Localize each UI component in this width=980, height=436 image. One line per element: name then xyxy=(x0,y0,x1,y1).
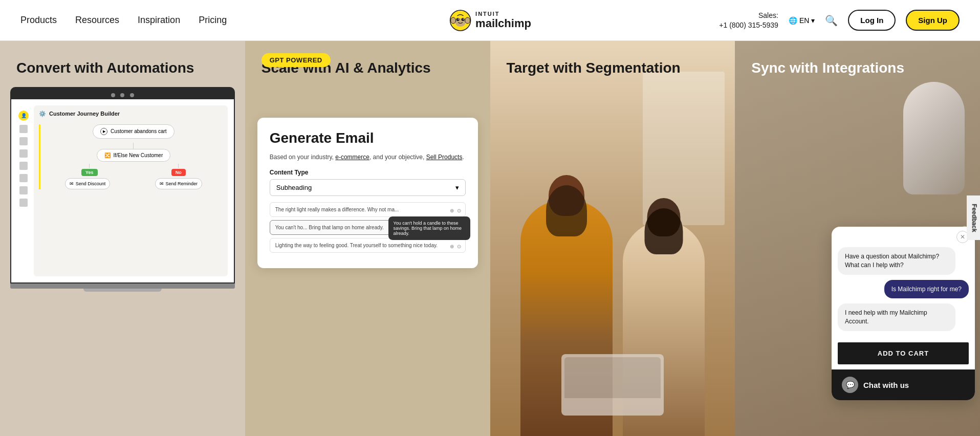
feedback-tab[interactable]: Feedback xyxy=(966,195,980,240)
send-discount-node: ✉ Send Discount xyxy=(65,178,111,189)
info-icon-3: ⊙ xyxy=(457,244,461,249)
language-selector[interactable]: 🌐 EN ▾ xyxy=(789,16,815,25)
email-option-1[interactable]: The right light really makes a differenc… xyxy=(270,202,466,217)
lang-label: EN xyxy=(799,16,809,25)
email-option-2[interactable]: You can't ho... Bring that lamp on home … xyxy=(270,220,466,235)
content-type-select[interactable]: Subheading ▾ xyxy=(270,179,466,196)
yes-badge: Yes xyxy=(81,169,98,176)
chat-footer-icon: 💬 xyxy=(842,377,858,393)
segmentation-title: Target with Segmentation xyxy=(490,41,735,77)
chat-bot-message: Have a question about Mailchimp? What ca… xyxy=(838,247,955,275)
journey-header-icon: ⚙️ xyxy=(39,111,46,117)
laptop-base xyxy=(10,284,235,289)
signup-button[interactable]: Sign Up xyxy=(906,10,960,31)
automations-section: Convert with Automations 👤 xyxy=(0,41,245,436)
navigation: Products Resources Inspiration Pricing I… xyxy=(0,0,980,41)
svg-point-3 xyxy=(461,18,464,21)
chat-footer[interactable]: 💬 Chat with us xyxy=(832,369,975,400)
chat-bot-reply-2: I need help with my Mailchimp Account. xyxy=(838,303,955,331)
ecommerce-link[interactable]: e-commerce xyxy=(335,154,369,161)
nav-inspiration[interactable]: Inspiration xyxy=(138,15,180,26)
mailchimp-monkey-icon xyxy=(449,9,471,32)
ifelse-label: If/Else New Customer xyxy=(114,152,163,158)
sales-phone[interactable]: +1 (800) 315-5939 xyxy=(719,20,778,30)
chat-widget: ✕ Have a question about Mailchimp? What … xyxy=(832,227,975,400)
sales-info: Sales: +1 (800) 315-5939 xyxy=(719,11,778,29)
copy-icon: ⊕ xyxy=(450,208,454,213)
chat-with-us-label: Chat with us xyxy=(863,381,909,389)
svg-point-6 xyxy=(450,17,455,24)
svg-point-7 xyxy=(465,17,470,24)
mailchimp-label: mailchimp xyxy=(475,17,531,30)
sidebar-icons: 👤 xyxy=(17,105,30,276)
option-2-popup: You can't hold a candle to these savings… xyxy=(388,216,470,240)
nav-products[interactable]: Products xyxy=(20,15,57,26)
chevron-down-icon: ▾ xyxy=(811,16,815,25)
info-icon: ⊙ xyxy=(457,208,461,213)
generate-email-heading: Generate Email xyxy=(270,130,466,146)
add-to-cart-container: ADD TO CART xyxy=(832,337,975,369)
copy-icon-3: ⊕ xyxy=(450,244,454,249)
feature-sections: Convert with Automations 👤 xyxy=(0,41,980,436)
chat-user-reply-1[interactable]: Is Mailchimp right for me? xyxy=(884,280,969,299)
desk-laptop xyxy=(561,354,664,416)
search-icon[interactable]: 🔍 xyxy=(825,14,838,27)
laptop-stand xyxy=(83,289,162,292)
globe-icon: 🌐 xyxy=(789,16,797,25)
option-3-icons: ⊕ ⊙ xyxy=(450,244,461,249)
email-description: Based on your industry, e-commerce, and … xyxy=(270,152,466,162)
intuit-label: INTUIT xyxy=(475,11,531,17)
laptop-mockup: 👤 ⚙️ Customer Journey Builder xyxy=(10,87,235,292)
chat-header: ✕ xyxy=(832,227,975,247)
svg-point-5 xyxy=(463,18,464,19)
add-to-cart-button[interactable]: ADD TO CART xyxy=(838,342,969,364)
automations-title: Convert with Automations xyxy=(0,41,245,77)
no-badge: No xyxy=(171,169,186,176)
branch-icon: 🔀 xyxy=(104,152,111,158)
content-type-label: Content Type xyxy=(270,169,466,176)
select-value: Subheading xyxy=(276,184,312,191)
sell-products-link[interactable]: Sell Products xyxy=(426,154,463,161)
gpt-badge: GPT POWERED xyxy=(262,53,331,67)
lamp-product xyxy=(903,82,965,194)
cart-abandon-label: Customer abandons cart xyxy=(111,128,167,134)
sales-label: Sales: xyxy=(719,11,778,20)
integrations-section: Sync with Integrations ✕ Have a question… xyxy=(735,41,980,436)
nav-pricing[interactable]: Pricing xyxy=(199,15,227,26)
nav-logo[interactable]: INTUIT mailchimp xyxy=(449,9,531,32)
send-reminder-node: ✉ Send Reminder xyxy=(155,178,203,189)
integrations-title: Sync with Integrations xyxy=(735,41,980,77)
chat-messages: Have a question about Mailchimp? What ca… xyxy=(832,247,975,337)
ai-analytics-section: GPT POWERED Scale with AI & Analytics Ge… xyxy=(245,41,490,436)
nav-resources[interactable]: Resources xyxy=(75,15,119,26)
email-generator-card: Generate Email Based on your industry, e… xyxy=(257,118,478,268)
cart-icon: ▶ xyxy=(100,128,107,135)
nav-right: Sales: +1 (800) 315-5939 🌐 EN ▾ 🔍 Log In… xyxy=(719,10,960,31)
journey-builder-title: Customer Journey Builder xyxy=(49,111,120,117)
svg-point-2 xyxy=(456,18,459,21)
chevron-down-icon: ▾ xyxy=(455,184,459,191)
login-button[interactable]: Log In xyxy=(848,10,896,31)
option-1-icons: ⊕ ⊙ xyxy=(450,208,461,213)
journey-builder: ⚙️ Customer Journey Builder ▶ Customer a… xyxy=(34,105,228,276)
svg-point-4 xyxy=(458,18,459,19)
nav-left: Products Resources Inspiration Pricing xyxy=(20,15,227,26)
brand-name: INTUIT mailchimp xyxy=(475,11,531,30)
email-option-3[interactable]: Lighting the way to feeling good. Treat … xyxy=(270,238,466,253)
segmentation-section: Target with Segmentation xyxy=(490,41,735,436)
